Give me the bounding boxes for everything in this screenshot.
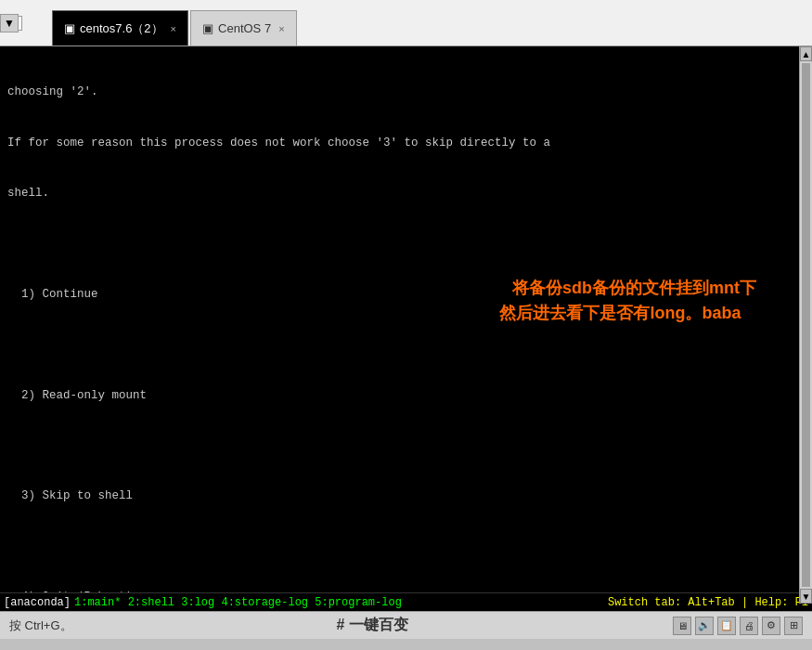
terminal[interactable]: choosing '2'. If for some reason this pr… [0, 46, 812, 592]
taskbar-icon-grid[interactable]: ⊞ [784, 617, 803, 635]
taskbar-icon-settings[interactable]: ⚙ [762, 617, 780, 635]
taskbar-right: 🖥 🔊 📋 🖨 ⚙ ⊞ [673, 617, 803, 635]
tab-centos7[interactable]: ▣ CentOS 7 × [190, 10, 297, 46]
tab-scroll-arrow[interactable]: ▼ [0, 14, 19, 32]
taskbar-icon-volume[interactable]: 🔊 [695, 617, 714, 635]
terminal-line-10: 4) Quit (Reboot) [7, 589, 805, 592]
status-tabs: 1:main* 2:shell 3:log 4:storage-log 5:pr… [74, 596, 402, 609]
right-scrollbar[interactable]: ▲ ▼ [799, 46, 812, 604]
terminal-line-9 [7, 539, 805, 555]
status-help: Switch tab: Alt+Tab | Help: F1 [608, 596, 808, 609]
terminal-line-1: If for some reason this process does not… [7, 135, 805, 151]
footer-ctrl-label: 按 Ctrl+G。 [9, 618, 72, 634]
tab2-close[interactable]: × [278, 23, 284, 34]
tab2-icon: ▣ [202, 21, 213, 35]
terminal-line-7 [7, 437, 805, 454]
tab1-close[interactable]: × [171, 23, 176, 34]
title-bar: × ▼ ▣ centos7.6（2） × ▣ CentOS 7 × [0, 0, 812, 46]
taskbar-left: 按 Ctrl+G。 [9, 618, 72, 634]
annotation-content: 将备份sdb备份的文件挂到mnt下然后进去看下是否有long。baba [499, 279, 756, 322]
terminal-line-3 [7, 235, 805, 252]
terminal-line-6: 2) Read-only mount [7, 387, 805, 404]
terminal-line-8: 3) Skip to shell [7, 488, 805, 504]
status-bar: [anaconda] 1:main* 2:shell 3:log 4:stora… [0, 592, 812, 611]
tab-centos76-2[interactable]: ▣ centos7.6（2） × [52, 10, 188, 46]
footer-heading: # 一键百变 [72, 616, 673, 635]
tab1-label: centos7.6（2） [80, 20, 163, 37]
terminal-line-2: shell. [7, 185, 805, 202]
tab2-label: CentOS 7 [218, 21, 271, 35]
tabs-container: ▣ centos7.6（2） × ▣ CentOS 7 × [30, 0, 812, 46]
taskbar-icon-clipboard[interactable]: 📋 [717, 617, 736, 635]
scrollbar-thumb[interactable] [802, 63, 810, 587]
tab1-icon: ▣ [64, 21, 75, 35]
scrollbar-down-arrow[interactable]: ▼ [800, 589, 812, 604]
annotation-text: 将备份sdb备份的文件挂到mnt下然后进去看下是否有long。baba [484, 251, 756, 351]
status-label: [anaconda] [4, 596, 71, 609]
scrollbar-up-arrow[interactable]: ▲ [800, 46, 812, 61]
window-container: × ▼ ▣ centos7.6（2） × ▣ CentOS 7 × choosi… [0, 0, 812, 650]
terminal-line-0: choosing '2'. [7, 84, 805, 100]
taskbar: 按 Ctrl+G。 # 一键百变 🖥 🔊 📋 🖨 ⚙ ⊞ [0, 611, 812, 639]
footer-heading-text: # 一键百变 [337, 617, 408, 632]
taskbar-icon-print[interactable]: 🖨 [740, 617, 758, 635]
taskbar-icon-monitor[interactable]: 🖥 [673, 617, 691, 635]
